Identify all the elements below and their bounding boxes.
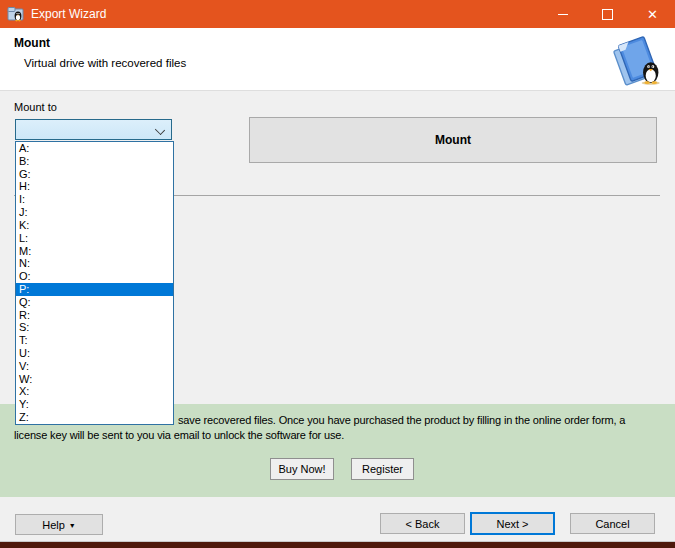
drive-option[interactable]: B: bbox=[16, 155, 173, 168]
minimize-button[interactable] bbox=[540, 0, 585, 28]
drive-option[interactable]: K: bbox=[16, 219, 173, 232]
app-icon bbox=[7, 5, 25, 23]
register-button[interactable]: Register bbox=[351, 458, 414, 480]
drive-option[interactable]: N: bbox=[16, 257, 173, 270]
drive-option[interactable]: V: bbox=[16, 360, 173, 373]
close-button[interactable]: ✕ bbox=[630, 0, 675, 28]
minimize-icon bbox=[558, 14, 568, 15]
window-title: Export Wizard bbox=[31, 0, 106, 28]
maximize-button[interactable] bbox=[585, 0, 630, 28]
drive-option[interactable]: M: bbox=[16, 245, 173, 258]
drive-option[interactable]: I: bbox=[16, 193, 173, 206]
drive-option[interactable]: L: bbox=[16, 232, 173, 245]
page-title: Mount bbox=[14, 36, 50, 50]
close-icon: ✕ bbox=[647, 7, 658, 22]
next-button[interactable]: Next > bbox=[470, 512, 555, 535]
drive-option[interactable]: T: bbox=[16, 334, 173, 347]
page-subtitle: Virtual drive with recovered files bbox=[24, 57, 186, 69]
drive-option[interactable]: A: bbox=[16, 142, 173, 155]
desktop-strip bbox=[0, 542, 675, 548]
help-button-label: Help bbox=[42, 519, 65, 531]
title-bar: Export Wizard ✕ bbox=[0, 0, 675, 28]
chevron-down-icon bbox=[155, 125, 165, 135]
mount-to-label: Mount to bbox=[14, 101, 57, 113]
drive-option[interactable]: W: bbox=[16, 373, 173, 386]
drive-list[interactable]: A:B:G:H:I:J:K:L:M:N:O:P:Q:R:S:T:U:V:W:X:… bbox=[15, 141, 174, 425]
drive-option[interactable]: Y: bbox=[16, 398, 173, 411]
back-button[interactable]: < Back bbox=[380, 513, 465, 534]
drive-option[interactable]: R: bbox=[16, 309, 173, 322]
mount-button[interactable]: Mount bbox=[249, 117, 657, 163]
drive-option[interactable]: H: bbox=[16, 180, 173, 193]
caret-down-icon: ▼ bbox=[69, 522, 76, 529]
export-wizard-window: Export Wizard ✕ Mount Virtual drive with… bbox=[0, 0, 675, 548]
drive-option[interactable]: J: bbox=[16, 206, 173, 219]
drive-option[interactable]: G: bbox=[16, 168, 173, 181]
drive-option[interactable]: X: bbox=[16, 385, 173, 398]
license-text-line2: license key will be sent to you via emai… bbox=[14, 429, 344, 441]
maximize-icon bbox=[602, 9, 613, 20]
app-logo-icon bbox=[610, 31, 668, 87]
drive-option[interactable]: U: bbox=[16, 347, 173, 360]
mount-to-combobox[interactable] bbox=[15, 119, 172, 140]
wizard-header: Mount Virtual drive with recovered files bbox=[0, 28, 675, 91]
cancel-button[interactable]: Cancel bbox=[570, 513, 655, 534]
drive-option[interactable]: Q: bbox=[16, 296, 173, 309]
drive-option[interactable]: S: bbox=[16, 321, 173, 334]
help-button[interactable]: Help▼ bbox=[15, 514, 103, 535]
drive-option[interactable]: O: bbox=[16, 270, 173, 283]
license-text-line1: save recovered files. Once you have purc… bbox=[178, 414, 625, 426]
buy-now-button[interactable]: Buy Now! bbox=[270, 458, 334, 480]
drive-option[interactable]: Z: bbox=[16, 411, 173, 424]
drive-option[interactable]: P: bbox=[16, 283, 173, 296]
